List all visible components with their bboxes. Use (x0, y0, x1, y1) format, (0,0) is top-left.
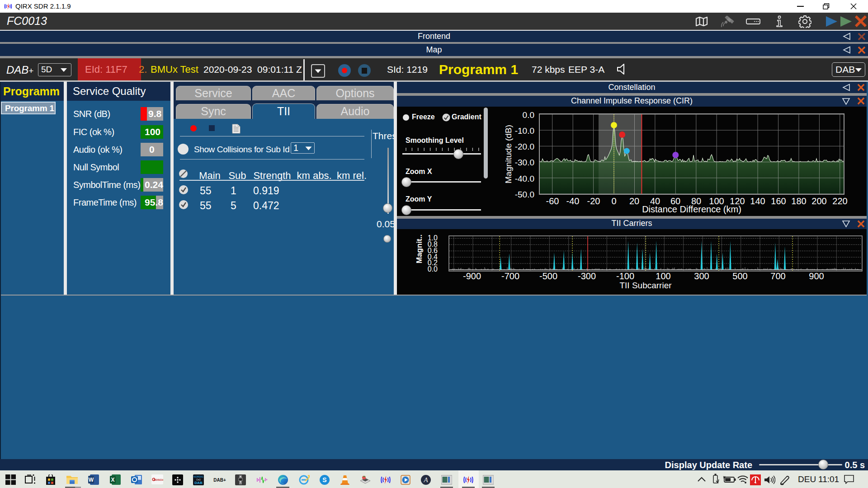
svg-text:DAB: DAB (194, 481, 203, 485)
svg-text:W: W (89, 477, 94, 483)
svg-text:BOSCH: BOSCH (154, 479, 163, 481)
svg-text:X: X (111, 477, 114, 483)
svg-text:DAB+: DAB+ (213, 478, 226, 483)
svg-text:A: A (423, 476, 428, 483)
svg-text:S: S (322, 476, 326, 483)
